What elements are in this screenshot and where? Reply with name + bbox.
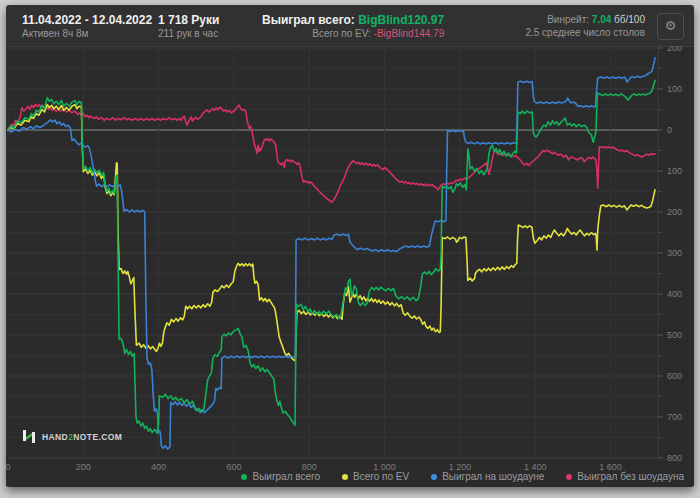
- series-Выиграл всего: [8, 80, 655, 433]
- svg-text:200: 200: [667, 46, 682, 53]
- hand2note-logo-icon: [22, 429, 37, 444]
- legend-label: Выиграл без шоудауна: [577, 471, 684, 482]
- won-total-value: BigBlind120.97: [358, 13, 444, 27]
- legend-dot-pink: [566, 474, 572, 480]
- header-bar: 11.04.2022 - 12.04.2022 Активен 8ч 8м 1 …: [6, 5, 694, 46]
- chart-svg[interactable]: 8007006005004003002001000100200020040060…: [6, 46, 694, 476]
- svg-text:100: 100: [667, 84, 682, 94]
- hands-count: 1 718 Руки: [158, 13, 262, 27]
- svg-text:700: 700: [667, 412, 682, 422]
- svg-text:800: 800: [667, 453, 682, 463]
- ev-total-label: Всего по EV:: [312, 28, 373, 39]
- legend-label: Всего по EV: [353, 471, 409, 482]
- svg-text:100: 100: [667, 166, 682, 176]
- winrate-line: Винрейт: 7.04 бб/100: [525, 13, 645, 26]
- legend-dot-blue: [431, 474, 437, 480]
- chart-legend: Выиграл всего Всего по EV Выиграл на шоу…: [6, 469, 684, 484]
- svg-text:600: 600: [667, 371, 682, 381]
- hands-block: 1 718 Руки 211 рук в час: [158, 13, 262, 40]
- winrate-block: Винрейт: 7.04 бб/100 2.5 среднее число с…: [525, 13, 645, 39]
- svg-text:200: 200: [667, 207, 682, 217]
- settings-button[interactable]: ⚙: [657, 13, 684, 40]
- svg-text:400: 400: [667, 289, 682, 299]
- legend-dot-yellow: [342, 474, 348, 480]
- legend-item-won-total[interactable]: Выиграл всего: [241, 471, 320, 482]
- svg-text:500: 500: [667, 330, 682, 340]
- legend-label: Выиграл на шоудауне: [442, 471, 544, 482]
- hand2note-window: 11.04.2022 - 12.04.2022 Активен 8ч 8м 1 …: [6, 5, 694, 487]
- legend-dot-green: [241, 474, 247, 480]
- logo-text-post: NOTE.COM: [73, 432, 122, 442]
- active-time: Активен 8ч 8м: [22, 27, 158, 40]
- won-total-label: Выиграл всего:: [262, 13, 358, 27]
- legend-item-showdown[interactable]: Выиграл на шоудауне: [431, 471, 544, 482]
- winnings-block: Выиграл всего: BigBlind120.97 Всего по E…: [262, 13, 444, 40]
- ev-total-line: Всего по EV: -BigBlind144.79: [262, 27, 444, 40]
- session-date-block: 11.04.2022 - 12.04.2022 Активен 8ч 8м: [22, 13, 158, 40]
- legend-label: Выиграл всего: [252, 471, 320, 482]
- hand2note-logo: HAND2NOTE.COM: [22, 429, 122, 444]
- winrate-value: 7.04: [592, 14, 611, 25]
- hand2note-logo-text: HAND2NOTE.COM: [42, 432, 122, 442]
- won-total-line: Выиграл всего: BigBlind120.97: [262, 13, 444, 27]
- legend-item-no-showdown[interactable]: Выиграл без шоудауна: [566, 471, 684, 482]
- svg-text:300: 300: [667, 248, 682, 258]
- legend-item-ev[interactable]: Всего по EV: [342, 471, 409, 482]
- date-range: 11.04.2022 - 12.04.2022: [22, 13, 158, 27]
- winrate-label: Винрейт:: [547, 14, 592, 25]
- winrate-units: бб/100: [611, 14, 645, 25]
- ev-total-value: -BigBlind144.79: [374, 28, 445, 39]
- logo-text-pre: HAND: [42, 432, 68, 442]
- hands-per-hour: 211 рук в час: [158, 27, 262, 40]
- gear-icon: ⚙: [665, 18, 677, 33]
- avg-tables: 2.5 среднее число столов: [525, 26, 645, 39]
- svg-text:0: 0: [667, 125, 672, 135]
